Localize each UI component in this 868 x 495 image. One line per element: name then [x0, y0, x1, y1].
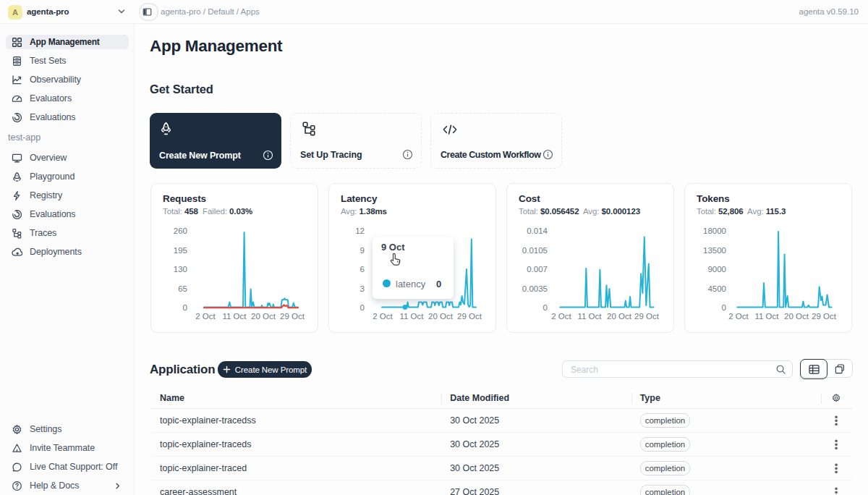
svg-text:6: 6 — [360, 265, 365, 274]
svg-text:20 Oct: 20 Oct — [784, 312, 809, 321]
svg-text:29 Oct: 29 Oct — [280, 312, 305, 321]
svg-text:0: 0 — [543, 303, 548, 312]
svg-text:2 Oct: 2 Oct — [728, 312, 749, 321]
svg-text:18000: 18000 — [703, 227, 726, 235]
svg-text:0.007: 0.007 — [527, 265, 548, 274]
svg-text:2 Oct: 2 Oct — [195, 312, 216, 321]
svg-text:0.0035: 0.0035 — [522, 284, 548, 293]
svg-text:0.0105: 0.0105 — [522, 246, 548, 255]
svg-text:12: 12 — [355, 227, 365, 235]
svg-text:0.014: 0.014 — [527, 227, 548, 235]
svg-text:20 Oct: 20 Oct — [251, 312, 276, 321]
svg-text:29 Oct: 29 Oct — [634, 312, 660, 321]
svg-text:13500: 13500 — [703, 246, 726, 255]
svg-text:11 Oct: 11 Oct — [577, 312, 602, 321]
svg-text:2 Oct: 2 Oct — [551, 312, 571, 321]
svg-text:130: 130 — [174, 265, 187, 274]
svg-text:29 Oct: 29 Oct — [457, 312, 482, 321]
svg-text:20 Oct: 20 Oct — [607, 312, 632, 321]
svg-text:4500: 4500 — [707, 284, 726, 293]
svg-text:11 Oct: 11 Oct — [222, 312, 247, 321]
svg-text:260: 260 — [174, 227, 187, 235]
svg-text:0: 0 — [183, 303, 187, 312]
svg-text:0: 0 — [722, 303, 726, 312]
svg-text:11 Oct: 11 Oct — [399, 312, 424, 321]
svg-text:9000: 9000 — [707, 265, 726, 274]
svg-text:29 Oct: 29 Oct — [812, 312, 837, 321]
svg-text:9: 9 — [360, 246, 365, 255]
svg-text:3: 3 — [360, 284, 365, 293]
svg-text:2 Oct: 2 Oct — [373, 312, 393, 321]
svg-text:0: 0 — [360, 303, 365, 312]
svg-text:11 Oct: 11 Oct — [754, 312, 779, 321]
svg-text:65: 65 — [178, 284, 187, 293]
svg-text:20 Oct: 20 Oct — [428, 312, 454, 321]
svg-text:195: 195 — [174, 246, 187, 255]
